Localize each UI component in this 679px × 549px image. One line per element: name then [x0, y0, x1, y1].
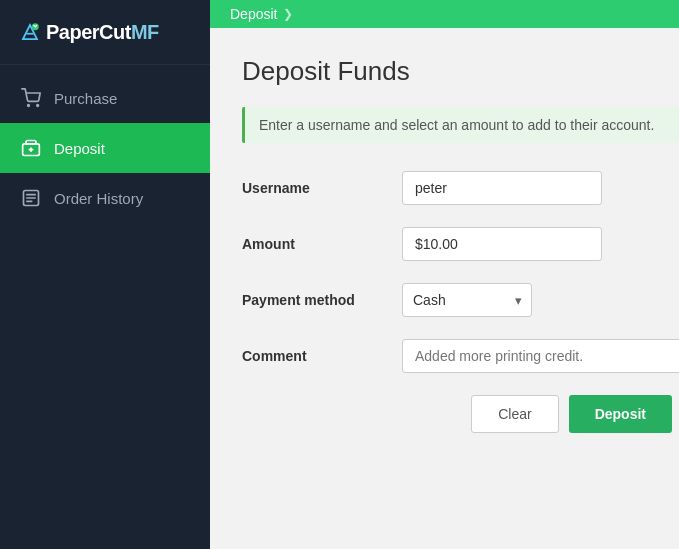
content-area: Deposit Funds Enter a username and selec…: [210, 28, 679, 549]
payment-method-select[interactable]: Cash Credit Card Cheque: [402, 283, 532, 317]
comment-row: Comment: [242, 339, 679, 373]
page-title: Deposit Funds: [242, 56, 679, 87]
clear-button[interactable]: Clear: [471, 395, 558, 433]
comment-label: Comment: [242, 348, 402, 364]
sidebar-item-deposit-label: Deposit: [54, 140, 105, 157]
sidebar-item-purchase-label: Purchase: [54, 90, 117, 107]
svg-point-3: [37, 105, 39, 107]
breadcrumb-label: Deposit: [230, 6, 277, 22]
main-content: Deposit ❯ Deposit Funds Enter a username…: [210, 0, 679, 549]
order-history-icon: [20, 187, 42, 209]
comment-input[interactable]: [402, 339, 679, 373]
payment-method-label: Payment method: [242, 292, 402, 308]
sidebar-item-deposit[interactable]: Deposit: [0, 123, 210, 173]
username-input[interactable]: [402, 171, 602, 205]
deposit-icon: [20, 137, 42, 159]
amount-label: Amount: [242, 236, 402, 252]
payment-select-wrapper: Cash Credit Card Cheque: [402, 283, 532, 317]
breadcrumb: Deposit ❯: [210, 0, 679, 28]
payment-method-row: Payment method Cash Credit Card Cheque: [242, 283, 679, 317]
username-label: Username: [242, 180, 402, 196]
sidebar-item-purchase[interactable]: Purchase: [0, 73, 210, 123]
sidebar-item-order-history-label: Order History: [54, 190, 143, 207]
svg-rect-0: [16, 18, 44, 46]
sidebar-item-order-history[interactable]: Order History: [0, 173, 210, 223]
purchase-icon: [20, 87, 42, 109]
form-description: Enter a username and select an amount to…: [242, 107, 679, 143]
svg-point-2: [28, 105, 30, 107]
papercut-logo-icon: [16, 18, 44, 46]
username-row: Username: [242, 171, 679, 205]
amount-input[interactable]: [402, 227, 602, 261]
amount-row: Amount: [242, 227, 679, 261]
logo-label: PaperCutMF: [46, 21, 159, 44]
app-logo: PaperCutMF: [0, 0, 210, 65]
breadcrumb-chevron: ❯: [283, 7, 293, 21]
deposit-button[interactable]: Deposit: [569, 395, 672, 433]
sidebar: PaperCutMF Purchase Depos: [0, 0, 210, 549]
form-actions: Clear Deposit: [242, 395, 679, 433]
sidebar-nav: Purchase Deposit: [0, 65, 210, 223]
